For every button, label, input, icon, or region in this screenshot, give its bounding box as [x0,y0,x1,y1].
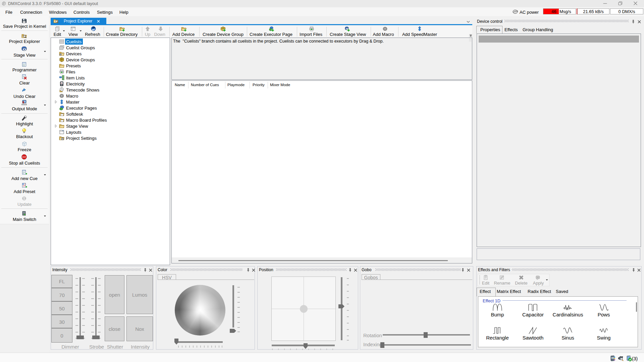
svg-text:STOP: STOP [22,156,26,158]
